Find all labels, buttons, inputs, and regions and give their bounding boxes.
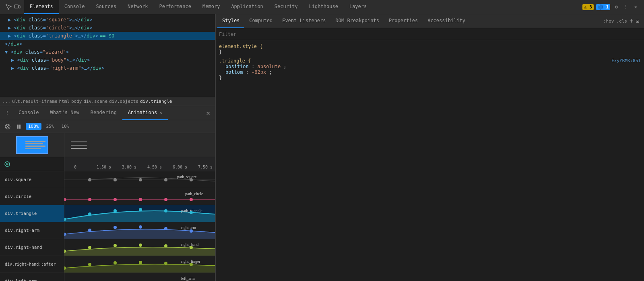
svg-point-78 [139,225,142,229]
svg-point-35 [164,198,167,201]
replay-btn[interactable] [3,160,11,168]
tree-line[interactable]: ▶ <div class="circle">…</div> [0,24,215,32]
preview-line [25,143,43,144]
style-tab-computed[interactable]: Computed [244,14,277,28]
clear-animations-btn[interactable] [3,122,12,131]
svg-point-57 [164,209,167,212]
label-div-triangle[interactable]: div.triangle [0,205,64,222]
drawer-tab-rendering[interactable]: Rendering [85,106,122,120]
preview-line [25,146,45,147]
label-div-right-hand-after[interactable]: div.right-hand::after [0,256,64,273]
svg-point-36 [190,198,193,201]
tab-elements[interactable]: Elements [24,0,59,14]
timeline-row-right-hand[interactable]: right_hand [64,239,215,256]
timeline-header-label [0,157,64,171]
tab-security[interactable]: Security [269,0,303,14]
device-toggle-icon[interactable] [14,3,21,10]
css-val-bottom[interactable]: -62px [252,69,266,75]
style-tab-accessibility[interactable]: Accessibility [423,14,470,28]
labels-column: div.square div.circle div.triangle div.r… [0,157,64,281]
drawer-tab-console[interactable]: Console [13,106,45,120]
timeline-content[interactable]: 0 1.50 s 3.00 s 4.50 s 6.00 s 7.50 s 9.0… [64,157,215,281]
style-tab-dom-breakpoints[interactable]: DOM Breakpoints [331,14,384,28]
svg-rect-4 [17,125,19,129]
svg-text:left_arm: left_arm [181,276,195,281]
top-bar-right: ⚠ 3 🔵 1 ⚙ ⋮ ✕ [582,3,642,10]
timeline-row-left-arm[interactable]: left_arm [64,273,215,281]
tab-performance[interactable]: Performance [154,0,197,14]
cls-link[interactable]: .cls [616,19,627,24]
filter-input[interactable] [219,31,641,37]
css-closing-brace: } [219,75,222,81]
style-tab-event-listeners[interactable]: Event Listeners [277,14,330,28]
css-val-absolute[interactable]: absolute [257,64,281,69]
close-animations-tab[interactable]: ✕ [159,110,162,115]
more-icon[interactable]: ⋮ [622,3,630,10]
breadcrumb-item[interactable]: ... [2,99,10,104]
pause-animations-btn[interactable] [14,122,23,131]
speed-100-btn[interactable]: 100% [26,123,41,130]
label-div-left-arm[interactable]: div.left-arm [0,273,64,281]
main-area: ▶ <div class="square">…</div> ▶ <div cla… [0,14,644,281]
svg-point-80 [190,229,193,233]
breadcrumb: ... ult.result-iframe html body div.scen… [0,97,215,106]
tree-line[interactable]: ▶ <div class="right-arm">…</div> [0,64,215,72]
tab-application[interactable]: Application [225,0,268,14]
drawer-tab-animations[interactable]: Animations ✕ [122,106,168,120]
label-div-circle[interactable]: div.circle [0,188,64,205]
css-prop-bottom[interactable]: bottom [225,69,243,75]
tab-layers[interactable]: Layers [344,0,372,14]
timeline-row-triangle[interactable]: path_triangle [64,205,215,222]
timeline-row-right-hand-after[interactable]: right_finger [64,256,215,273]
css-prop-position[interactable]: position [225,64,249,69]
breadcrumb-item[interactable]: body [71,99,82,104]
tab-lighthouse[interactable]: Lighthouse [303,0,344,14]
label-div-square[interactable]: div.square [0,171,64,188]
anim-controls: 100% 25% 10% [0,120,215,133]
tree-line[interactable]: ▶ <div class="square">…</div> [0,16,215,24]
tree-line-selected[interactable]: ▶ <div class="triangle">…</div> == $0 [0,32,215,40]
close-icon[interactable]: ✕ [632,3,639,10]
preview-line [25,148,41,149]
svg-point-31 [64,198,66,201]
tab-memory[interactable]: Memory [197,0,225,14]
css-source-link[interactable]: ExyYRMK:851 [611,58,641,63]
tab-network[interactable]: Network [122,0,154,14]
style-tab-properties[interactable]: Properties [384,14,423,28]
hov-link[interactable]: :hov [603,19,614,24]
add-style-rule-btn[interactable]: + [630,18,634,24]
drawer-more-icon[interactable]: ⋮ [2,110,13,116]
drawer-tabs: ⋮ Console What's New Rendering Animation… [0,106,215,120]
tab-sources[interactable]: Sources [90,0,122,14]
elements-tree: ▶ <div class="square">…</div> ▶ <div cla… [0,14,215,97]
drawer-tab-whatsnew[interactable]: What's New [45,106,85,120]
svg-point-121 [114,261,117,264]
tab-console[interactable]: Console [59,0,91,14]
svg-point-58 [190,211,193,214]
svg-point-54 [88,212,91,216]
anim-preview-scrubber[interactable] [64,133,215,157]
style-tab-styles[interactable]: Styles [217,14,244,28]
timeline-row-square[interactable]: path_square [64,171,215,188]
inspect-icon[interactable] [5,3,12,10]
speed-10-btn[interactable]: 10% [59,123,72,130]
tree-line[interactable]: </div> [0,40,215,48]
expand-styles-btn[interactable]: ⊡ [636,18,639,24]
anim-preview [0,133,215,157]
breadcrumb-item[interactable]: ult.result-iframe [12,99,58,104]
label-div-right-hand[interactable]: div.right-hand [0,239,64,256]
close-drawer-icon[interactable]: ✕ [203,109,213,117]
timeline-row-right-arm[interactable]: right arm [64,222,215,239]
ruler-mark-0: 0 [74,165,76,169]
timeline-row-circle[interactable]: path_circle [64,188,215,205]
breadcrumb-item[interactable]: div.objects [109,99,138,104]
tree-line[interactable]: ▶ <div class="body">…</div> [0,56,215,64]
breadcrumb-item[interactable]: div.scene [83,99,107,104]
settings-icon[interactable]: ⚙ [613,3,620,10]
css-closing-brace: } [219,49,222,55]
label-div-right-arm[interactable]: div.right-arm [0,222,64,239]
breadcrumb-item[interactable]: div.triangle [140,99,172,104]
tree-line[interactable]: ▼ <div class="wizard"> [0,48,215,56]
speed-25-btn[interactable]: 25% [44,123,57,130]
breadcrumb-item[interactable]: html [59,99,70,104]
